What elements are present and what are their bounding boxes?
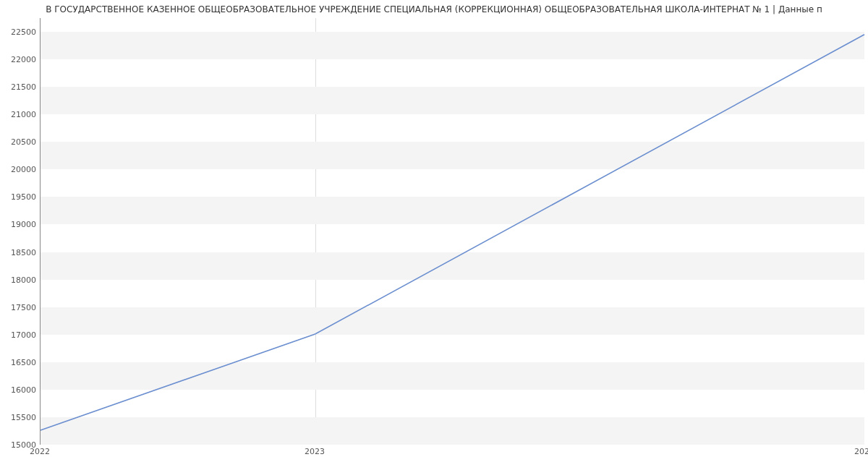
chart-title: В ГОСУДАРСТВЕННОЕ КАЗЕННОЕ ОБЩЕОБРАЗОВАТ… bbox=[0, 0, 868, 14]
y-tick-label: 20500 bbox=[4, 137, 36, 147]
line-series bbox=[41, 18, 864, 444]
plot-area bbox=[40, 18, 864, 445]
y-tick-label: 19000 bbox=[4, 220, 36, 229]
x-tick-label: 2023 bbox=[305, 447, 325, 456]
y-tick-label: 16500 bbox=[4, 357, 36, 367]
y-tick-label: 17000 bbox=[4, 330, 36, 339]
y-tick-label: 18500 bbox=[4, 247, 36, 257]
y-tick-label: 18000 bbox=[4, 275, 36, 284]
y-tick-label: 19500 bbox=[4, 192, 36, 202]
y-tick-label: 22500 bbox=[4, 27, 36, 37]
y-tick-label: 20000 bbox=[4, 165, 36, 174]
x-tick-label: 2025 bbox=[854, 447, 868, 456]
y-tick-label: 21000 bbox=[4, 110, 36, 119]
y-tick-label: 21500 bbox=[4, 82, 36, 92]
y-tick-label: 15500 bbox=[4, 412, 36, 422]
y-tick-label: 22000 bbox=[4, 55, 36, 64]
x-tick-label: 2022 bbox=[30, 447, 50, 456]
y-tick-label: 16000 bbox=[4, 385, 36, 394]
chart-container: В ГОСУДАРСТВЕННОЕ КАЗЕННОЕ ОБЩЕОБРАЗОВАТ… bbox=[0, 0, 868, 470]
y-tick-label: 17500 bbox=[4, 302, 36, 312]
